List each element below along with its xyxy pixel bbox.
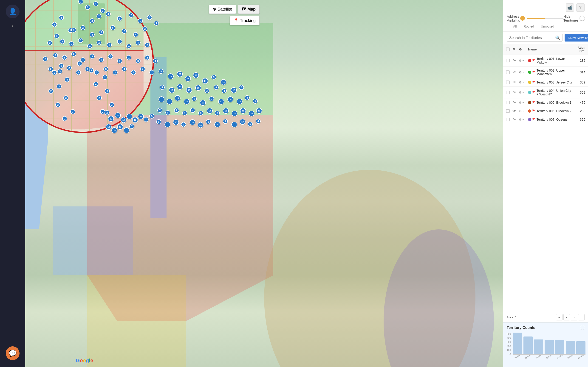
territory-checkbox-1[interactable] <box>506 59 512 62</box>
chat-icon[interactable]: 💬 <box>6 346 19 360</box>
map-pin[interactable]: 4 <box>190 108 195 113</box>
territory-gear-4[interactable]: ⚙ ▾ <box>519 91 528 94</box>
map-pin[interactable]: 4 <box>90 32 95 37</box>
draw-territory-button[interactable]: Draw New Territory <box>565 34 588 42</box>
map-pin[interactable]: 11 <box>256 108 262 114</box>
sidebar-expand-button[interactable]: › <box>12 23 14 28</box>
name-column-header[interactable]: Name <box>528 48 573 51</box>
territory-gear-3[interactable]: ⚙ ▾ <box>519 81 528 84</box>
map-pin[interactable]: 10 <box>249 110 254 117</box>
territory-name-4[interactable]: Territory 004: Union City + West NY <box>536 89 573 96</box>
map-pin[interactable]: 2 <box>126 55 131 60</box>
map-pin[interactable]: 13 <box>126 114 132 119</box>
next-page-button[interactable]: › <box>571 314 577 320</box>
map-pin[interactable]: 5 <box>160 85 165 90</box>
prev-page-button[interactable]: ‹ <box>563 314 570 320</box>
map-pin[interactable]: 2 <box>53 53 58 58</box>
map-pin[interactable]: 5 <box>156 119 161 124</box>
map-pin[interactable]: 14 <box>227 96 233 102</box>
map-pin[interactable]: 3 <box>99 30 104 35</box>
map-pin[interactable]: 2 <box>94 70 99 75</box>
map-pin[interactable]: 4 <box>122 67 127 72</box>
first-page-button[interactable]: « <box>556 314 562 320</box>
address-visibility-slider[interactable] <box>527 18 563 19</box>
select-all-checkbox[interactable] <box>506 48 510 51</box>
map-pin[interactable]: 8 <box>192 96 197 101</box>
map-pin[interactable]: 12 <box>218 99 224 105</box>
search-territories-input[interactable] <box>509 36 555 40</box>
map-pin[interactable]: 15 <box>169 87 175 93</box>
map-pin[interactable]: 9 <box>181 122 186 127</box>
map-pin[interactable]: 6 <box>110 25 115 30</box>
map-pin[interactable]: 2 <box>112 70 118 75</box>
territory-name-7[interactable]: Territory 007: Queens <box>536 118 573 121</box>
map-pin[interactable]: 2 <box>96 14 102 19</box>
map-pin[interactable]: 11 <box>166 99 173 105</box>
map-pin[interactable]: 2 <box>140 67 145 72</box>
map-pin[interactable]: 10 <box>184 99 190 105</box>
territory-name-6[interactable]: Territory 006: Brooklyn 2 <box>536 109 573 113</box>
map-pin[interactable]: 9 <box>158 69 164 74</box>
map-pin[interactable]: 5 <box>253 99 258 104</box>
map-pin[interactable]: 8 <box>245 95 250 100</box>
map-pin[interactable]: 2 <box>145 55 150 60</box>
map-pin[interactable]: 3 <box>90 18 95 23</box>
map-pin[interactable]: 5 <box>138 18 143 23</box>
territory-gear-1[interactable]: ⚙ ▾ <box>519 59 528 62</box>
tracking-button[interactable]: 📍 Tracking <box>230 16 259 25</box>
map-pin[interactable]: 15 <box>232 110 237 117</box>
map-pin[interactable]: 3 <box>107 42 112 48</box>
map-pin[interactable]: 8 <box>239 85 244 90</box>
map-pin[interactable]: 2 <box>71 52 76 57</box>
map-pin[interactable]: 2 <box>122 29 127 34</box>
map-pin[interactable]: 15 <box>168 73 174 79</box>
territory-visibility-4[interactable]: 👁 <box>512 90 519 94</box>
map-pin[interactable]: 4 <box>117 58 122 64</box>
territory-visibility-1[interactable]: 👁 <box>512 58 519 63</box>
map-pin[interactable]: 13 <box>121 117 127 123</box>
map-pin[interactable]: 4 <box>133 32 138 37</box>
territory-gear-7[interactable]: ⚙ ▾ <box>519 118 528 121</box>
map-pin[interactable]: 4 <box>154 21 159 26</box>
map-pin[interactable]: 3 <box>103 67 108 72</box>
map-pin[interactable]: 22 <box>177 84 183 90</box>
map-pin[interactable]: 11 <box>117 124 123 130</box>
map-pin[interactable]: 7 <box>129 124 134 129</box>
map-pin[interactable]: 2 <box>129 13 134 18</box>
map-pin[interactable]: 2 <box>104 110 110 115</box>
territory-visibility-2[interactable]: 👁 <box>512 70 519 74</box>
map-pin[interactable]: 8 <box>165 110 170 115</box>
map-pin[interactable]: 4 <box>106 11 111 17</box>
map-pin[interactable]: 10 <box>173 119 179 125</box>
map-pin[interactable]: 16 <box>115 112 121 118</box>
map-pin[interactable]: 3 <box>204 88 209 93</box>
search-icon[interactable]: 🔍 <box>555 35 560 40</box>
map-pin[interactable]: 18 <box>185 76 191 82</box>
map-pin[interactable]: 8 <box>214 85 219 90</box>
territory-checkbox-2[interactable] <box>506 70 512 74</box>
map-pin[interactable]: 7 <box>144 117 149 122</box>
map-pin[interactable]: 3 <box>136 40 141 45</box>
map-pin[interactable]: 10 <box>240 119 246 125</box>
map-pin[interactable]: 9 <box>211 75 216 80</box>
map-pin[interactable]: 15 <box>200 100 206 106</box>
satellite-button[interactable]: ⊕ Satellite <box>209 5 236 14</box>
map-pin[interactable]: 12 <box>106 124 112 130</box>
map-pin[interactable]: 4 <box>87 44 92 49</box>
territory-gear-5[interactable]: ⚙ ▾ <box>519 101 528 104</box>
map-pin[interactable]: 32 <box>193 72 199 78</box>
territory-visibility-6[interactable]: 👁 <box>512 109 519 113</box>
map-pin[interactable]: 3 <box>131 70 136 75</box>
territory-name-1[interactable]: Territory 001: Lower + Midtown <box>536 57 573 64</box>
map-pin[interactable]: 18 <box>132 117 138 123</box>
map-pin[interactable]: 7 <box>157 108 162 113</box>
map-pin[interactable]: 12 <box>231 87 237 93</box>
map-pin[interactable]: 2 <box>67 65 72 70</box>
map-pin[interactable]: 3 <box>136 58 141 64</box>
map-pin[interactable]: 15 <box>214 122 220 127</box>
territory-name-3[interactable]: Territory 003: Jersey City <box>536 81 573 84</box>
map-pin[interactable]: 5 <box>248 122 253 127</box>
video-button[interactable]: 📹 <box>566 3 574 12</box>
map-pin[interactable]: 11 <box>231 122 237 127</box>
map-pin[interactable]: 10 <box>221 79 226 85</box>
